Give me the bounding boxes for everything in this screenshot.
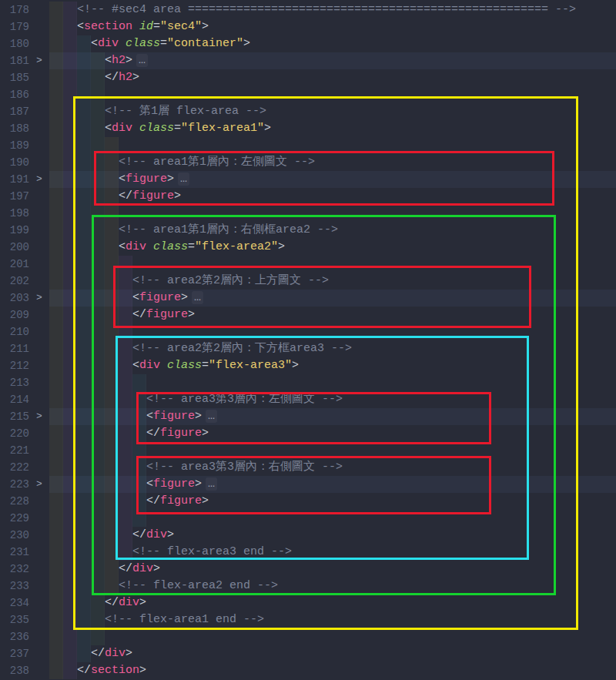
indent-guide [77, 222, 91, 239]
code-line: 214<!-- area3第3層內：左側圖文 --> [0, 391, 616, 408]
code-line: 210 [0, 323, 616, 340]
code-line: 190<!-- area1第1層內：左側圖文 --> [0, 154, 616, 171]
indent-guide [63, 544, 77, 561]
indent-guide [105, 290, 119, 307]
indent-guide [49, 171, 63, 188]
token-tag: h2 [112, 54, 126, 67]
line-number: 178 [0, 2, 29, 18]
token-attribute: class [167, 359, 202, 372]
indent-guide [105, 239, 119, 256]
code-content: <div class="container"> [49, 35, 616, 52]
indent-guide [132, 391, 146, 408]
code-line: 191><figure>… [0, 171, 616, 188]
indent-guide [63, 595, 77, 611]
code-line: 228</figure> [0, 493, 616, 510]
indent-guide [63, 527, 77, 544]
token-attribute: class [126, 37, 160, 50]
line-number: 233 [0, 578, 29, 595]
token-punctuation: > [139, 596, 146, 609]
code-content: <!-- area1第1層內：左側圖文 --> [49, 154, 616, 171]
code-content: </section> [49, 662, 616, 679]
code-line: 211<!-- area2第2層內：下方框area3 --> [0, 340, 616, 357]
code-line: 233<!-- flex-area2 end --> [0, 578, 616, 595]
gutter-spacer [29, 442, 49, 459]
indent-guide [91, 628, 105, 645]
gutter-spacer [29, 222, 49, 239]
line-number: 222 [0, 459, 29, 476]
indent-guide [132, 510, 146, 527]
indent-guide [63, 18, 77, 35]
code-content: <figure>… [49, 171, 616, 188]
code-content: <figure>… [49, 476, 616, 493]
line-number: 203 [0, 290, 29, 307]
indent-guide [91, 103, 105, 120]
token-punctuation: < [132, 359, 139, 372]
gutter-spacer [29, 628, 49, 645]
line-gutter: 215> [0, 408, 49, 425]
code-line: 222<!-- area3第3層內：右側圖文 --> [0, 459, 616, 476]
fold-chevron-icon[interactable]: > [29, 408, 49, 425]
code-line: 198 [0, 205, 616, 222]
token-attribute: class [139, 122, 174, 135]
indent-guide [77, 340, 91, 357]
gutter-spacer [29, 340, 49, 357]
line-gutter: 211 [0, 340, 49, 357]
indent-guide [77, 459, 91, 476]
fold-chevron-icon[interactable]: > [29, 290, 49, 307]
line-number: 232 [0, 561, 29, 578]
line-number: 223 [0, 476, 29, 493]
fold-ellipsis[interactable]: … [136, 54, 148, 67]
indent-guide [91, 408, 105, 425]
token-comment: <!-- area2第2層內：下方框area3 --> [132, 342, 352, 355]
indent-guide [63, 578, 77, 595]
fold-chevron-icon[interactable]: > [29, 52, 49, 69]
line-number: 228 [0, 493, 29, 510]
indent-guide [49, 188, 63, 205]
indent-guide [77, 188, 91, 205]
line-gutter: 220 [0, 425, 49, 442]
indent-guide [105, 425, 119, 442]
indent-guide [63, 459, 77, 476]
indent-guide [132, 408, 146, 425]
fold-chevron-icon[interactable]: > [29, 476, 49, 493]
indent-guide [49, 662, 63, 679]
indent-guide [63, 510, 77, 527]
indent-guide [49, 391, 63, 408]
token-tag: div [112, 122, 132, 135]
indent-guide [119, 256, 132, 273]
code-content [49, 86, 616, 103]
code-line: 209</figure> [0, 307, 616, 323]
code-line: 180<div class="container"> [0, 35, 616, 52]
code-content: <section id="sec4"> [49, 18, 616, 35]
line-gutter: 185 [0, 69, 49, 86]
indent-guide [49, 578, 63, 595]
fold-ellipsis[interactable]: … [178, 173, 189, 186]
line-number: 229 [0, 510, 29, 527]
gutter-spacer [29, 510, 49, 527]
indent-guide [63, 222, 77, 239]
indent-guide [91, 357, 105, 374]
fold-ellipsis[interactable]: … [192, 291, 203, 304]
line-gutter: 187 [0, 103, 49, 120]
fold-chevron-icon[interactable]: > [29, 171, 49, 188]
fold-ellipsis[interactable]: … [206, 410, 217, 423]
code-content: </figure> [49, 493, 616, 510]
indent-guide [63, 137, 77, 154]
indent-guide [49, 595, 63, 611]
token-comment: <!-- area3第3層內：右側圖文 --> [146, 461, 343, 474]
token-comment: <!-- area3第3層內：左側圖文 --> [146, 393, 343, 406]
indent-guide [63, 391, 77, 408]
code-line: 202<!-- area2第2層內：上方圖文 --> [0, 273, 616, 290]
indent-guide [119, 510, 132, 527]
token-punctuation: </ [105, 596, 119, 609]
token-punctuation: > [126, 54, 132, 67]
line-number: 188 [0, 120, 29, 137]
gutter-spacer [29, 459, 49, 476]
indent-guide [119, 323, 132, 340]
fold-ellipsis[interactable]: … [206, 477, 217, 491]
token-comment: <!-- 第1層 flex-area --> [105, 105, 266, 118]
indent-guide [77, 374, 91, 391]
line-gutter: 186 [0, 86, 49, 103]
indent-guide [63, 561, 77, 578]
token-punctuation: </ [119, 189, 132, 203]
